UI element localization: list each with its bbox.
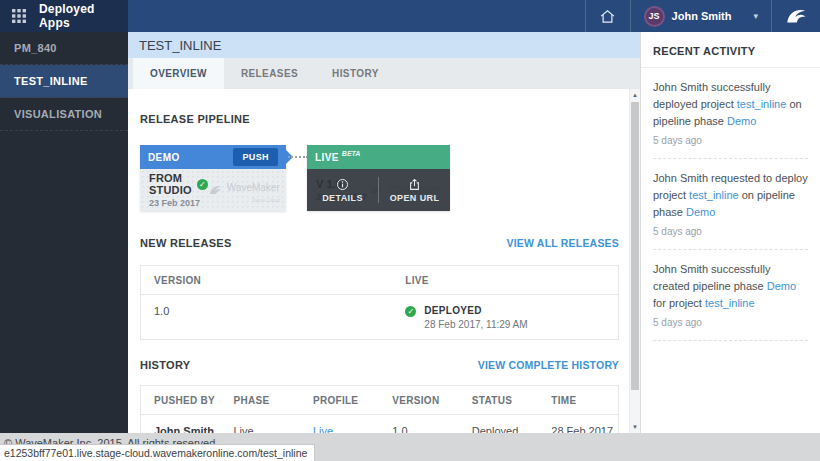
recent-activity-heading: RECENT ACTIVITY (641, 32, 820, 68)
scrollbar-thumb[interactable] (631, 102, 639, 390)
details-label: DETAILS (322, 193, 363, 203)
page-title: TEST_INLINE (139, 38, 221, 53)
projects-sidebar: PM_840 TEST_INLINE VISUALISATION (0, 32, 128, 433)
project-link[interactable]: test_inline (737, 98, 787, 110)
live-card-body: V 1.0 28 Feb 2017 WaveMaker DETAILS (307, 169, 450, 211)
history-heading: HISTORY (140, 359, 190, 371)
push-button[interactable]: PUSH (233, 148, 278, 166)
view-all-releases-link[interactable]: VIEW ALL RELEASES (507, 237, 620, 249)
app-title: Deployed Apps (39, 2, 128, 30)
details-button[interactable]: DETAILS (307, 169, 378, 211)
apps-grid-icon[interactable] (11, 8, 27, 24)
history-version-cell: 1.0 (379, 415, 458, 433)
sidebar-item-test-inline[interactable]: TEST_INLINE (0, 65, 128, 98)
brand-area: Deployed Apps (0, 0, 128, 32)
info-icon (336, 178, 349, 191)
project-link[interactable]: test_inline (689, 189, 739, 201)
user-menu[interactable]: JS John Smith ▾ (631, 0, 771, 32)
watermark-text: WaveMaker (227, 182, 280, 193)
history-time-cell: 28 Feb 2017, (538, 415, 617, 433)
live-phase-label: LIVE (315, 152, 339, 163)
history-profile-link[interactable]: Live (300, 415, 379, 433)
column-header-version: VERSION (141, 275, 403, 286)
release-live-cell: ✓ DEPLOYED 28 Feb 2017, 11:29 AM (403, 295, 618, 339)
tab-history[interactable]: HISTORY (315, 58, 396, 89)
activity-text: John Smith requested to deploy project t… (653, 170, 808, 221)
column-header-time: TIME (538, 395, 617, 406)
success-check-icon: ✓ (197, 179, 208, 190)
pipeline-card-live: LIVE BETA V 1.0 28 Feb 2017 WaveMaker (307, 145, 450, 211)
new-releases-table: VERSION LIVE 1.0 ✓ DEPLOYED 28 Feb 2017,… (140, 265, 619, 340)
user-name: John Smith (672, 10, 732, 22)
phase-link[interactable]: Demo (727, 115, 756, 127)
wavemaker-logo (772, 0, 820, 32)
activity-timestamp: 5 days ago (653, 226, 808, 237)
column-header-status: STATUS (459, 395, 538, 406)
activity-item: John Smith successfully deployed project… (641, 68, 820, 159)
wavemaker-watermark: WaveMaker Demo Cloud (208, 177, 280, 203)
browser-status-url: e1253bff77e01.live.stage-cloud.wavemaker… (0, 444, 315, 461)
recent-activity-panel: RECENT ACTIVITY John Smith successfully … (640, 32, 820, 433)
release-version-cell: 1.0 (141, 295, 403, 339)
top-bar-actions: JS John Smith ▾ (585, 0, 820, 32)
history-header-row: HISTORY VIEW COMPLETE HISTORY (140, 359, 619, 371)
activity-timestamp: 5 days ago (653, 317, 808, 328)
open-url-label: OPEN URL (390, 193, 440, 203)
activity-separator (653, 340, 808, 341)
demo-date: 23 Feb 2017 (149, 198, 208, 208)
column-header-profile: PROFILE (300, 395, 379, 406)
page-header: TEST_INLINE (128, 32, 640, 58)
tab-bar: OVERVIEW RELEASES HISTORY (128, 58, 640, 89)
top-bar: Deployed Apps JS John Smith ▾ (0, 0, 820, 32)
new-releases-header-row: NEW RELEASES VIEW ALL RELEASES (140, 237, 619, 249)
column-header-version: VERSION (379, 395, 458, 406)
pipeline-connector (288, 156, 308, 158)
activity-item: John Smith successfully created pipeline… (641, 250, 820, 341)
home-icon (599, 8, 616, 25)
beta-badge: BETA (342, 150, 361, 157)
table-row: John Smith Live Live 1.0 Deployed 28 Feb… (141, 415, 618, 433)
release-pipeline-heading: RELEASE PIPELINE (140, 113, 250, 125)
activity-text-part: for project (653, 297, 705, 309)
demo-source-label: FROM STUDIO (149, 172, 192, 196)
deploy-time: 28 Feb 2017, 11:29 AM (424, 319, 527, 330)
sidebar-item-pm-840[interactable]: PM_840 (0, 32, 128, 65)
tab-overview[interactable]: OVERVIEW (133, 58, 224, 89)
vertical-scrollbar: ▲ ▼ (629, 89, 640, 433)
deployed-apps-window: Deployed Apps JS John Smith ▾ (0, 0, 820, 461)
table-row: 1.0 ✓ DEPLOYED 28 Feb 2017, 11:29 AM (141, 295, 618, 339)
phase-link[interactable]: Demo (686, 206, 715, 218)
scroll-up-arrow[interactable]: ▲ (630, 89, 640, 101)
deploy-status: DEPLOYED (424, 305, 527, 316)
column-header-pushed-by: PUSHED BY (141, 395, 220, 406)
view-complete-history-link[interactable]: VIEW COMPLETE HISTORY (478, 359, 619, 371)
history-status-cell: Deployed (459, 415, 538, 433)
column-header-phase: PHASE (220, 395, 299, 406)
watermark-subtext: Demo Cloud (223, 197, 280, 203)
activity-text: John Smith successfully deployed project… (653, 79, 808, 130)
overview-content: RELEASE PIPELINE DEMO PUSH FROM STUDIO ✓… (128, 89, 629, 433)
history-table-header: PUSHED BY PHASE PROFILE VERSION STATUS T… (141, 386, 618, 415)
history-table: PUSHED BY PHASE PROFILE VERSION STATUS T… (140, 385, 619, 433)
history-pushed-by-cell: John Smith (141, 415, 220, 433)
main-panel: TEST_INLINE OVERVIEW RELEASES HISTORY RE… (128, 32, 640, 433)
activity-text: John Smith successfully created pipeline… (653, 261, 808, 312)
demo-card-body: FROM STUDIO ✓ 23 Feb 2017 WaveMaker Demo… (140, 169, 286, 211)
scroll-down-arrow[interactable]: ▼ (630, 421, 640, 433)
avatar: JS (644, 6, 665, 27)
demo-phase-label: DEMO (148, 152, 180, 163)
activity-item: John Smith requested to deploy project t… (641, 159, 820, 250)
column-header-live: LIVE (403, 275, 618, 286)
phase-link[interactable]: Demo (767, 280, 796, 292)
project-link[interactable]: test_inline (705, 297, 755, 309)
live-card-actions-overlay: DETAILS OPEN URL (307, 169, 450, 211)
new-releases-heading: NEW RELEASES (140, 237, 232, 249)
activity-text-part: John Smith successfully created pipeline… (653, 263, 770, 292)
open-url-button[interactable]: OPEN URL (379, 169, 450, 211)
home-button[interactable] (586, 0, 630, 32)
demo-card-header: DEMO PUSH (140, 145, 286, 169)
pipeline-card-demo: DEMO PUSH FROM STUDIO ✓ 23 Feb 2017 (140, 145, 286, 211)
sidebar-item-visualisation[interactable]: VISUALISATION (0, 98, 128, 131)
chevron-down-icon: ▾ (753, 11, 758, 21)
tab-releases[interactable]: RELEASES (224, 58, 315, 89)
